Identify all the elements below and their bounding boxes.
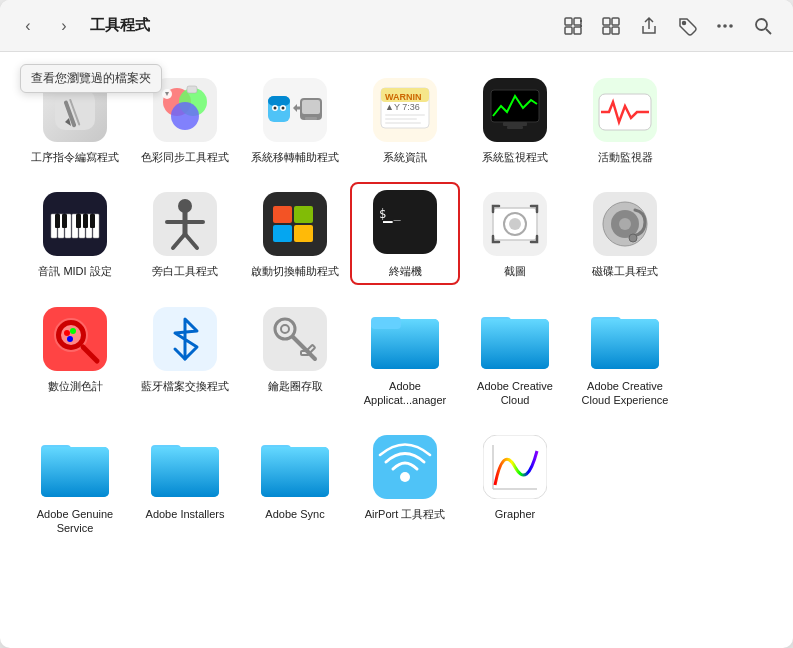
svg-rect-40	[385, 118, 417, 120]
app-icon-migration	[259, 74, 331, 146]
list-item[interactable]: 磁碟工具程式	[570, 182, 680, 284]
share-button[interactable]	[633, 12, 665, 40]
tooltip: 查看您瀏覽過的檔案夾	[20, 64, 162, 93]
app-label: 旁白工具程式	[152, 264, 218, 278]
list-item[interactable]: 系統監視程式	[460, 68, 570, 170]
more-button[interactable]	[709, 12, 741, 40]
list-item[interactable]: 藍牙檔案交換程式	[130, 297, 240, 414]
svg-point-83	[629, 234, 637, 242]
search-button[interactable]	[747, 12, 779, 40]
titlebar: ‹ › 工具程式	[0, 0, 793, 52]
list-item[interactable]: Adobe Installers	[130, 425, 240, 542]
svg-point-11	[729, 24, 733, 28]
app-label: 啟動切換輔助程式	[251, 264, 339, 278]
svg-rect-67	[263, 192, 327, 256]
app-label: 系統監視程式	[482, 150, 548, 164]
app-label: Adobe Genuine Service	[25, 507, 125, 536]
svg-text:$ _: $ _	[379, 207, 401, 221]
view-grid-button[interactable]	[557, 12, 589, 40]
list-item[interactable]: 啟動切換輔助程式	[240, 182, 350, 284]
list-item[interactable]: 系統移轉輔助程式	[240, 68, 350, 170]
list-item[interactable]: 數位測色計	[20, 297, 130, 414]
svg-rect-68	[273, 206, 292, 223]
svg-rect-33	[305, 117, 317, 120]
app-icon-keychain	[259, 303, 331, 375]
svg-point-30	[282, 107, 285, 110]
svg-point-21	[171, 102, 199, 130]
svg-rect-71	[294, 225, 313, 242]
back-button[interactable]: ‹	[14, 12, 42, 40]
app-icon-adobe-genuine	[39, 431, 111, 503]
app-label: 音訊 MIDI 設定	[38, 264, 111, 278]
svg-point-90	[67, 336, 73, 342]
app-grid: 工序指令編寫程式 色彩同步工具程式	[20, 68, 773, 542]
app-icon-adobe-cc	[479, 303, 551, 375]
svg-rect-4	[603, 18, 610, 25]
svg-point-12	[756, 19, 767, 30]
app-label: AirPort 工具程式	[365, 507, 446, 521]
window-title: 工具程式	[90, 16, 549, 35]
list-item[interactable]: Adobe Applicat...anager	[350, 297, 460, 414]
list-item[interactable]: Adobe Creative Cloud	[460, 297, 570, 414]
app-icon-adobe-installers	[149, 431, 221, 503]
app-label: 藍牙檔案交換程式	[141, 379, 229, 393]
svg-rect-41	[385, 122, 421, 124]
app-icon-adobe-sync	[259, 431, 331, 503]
app-icon-systeminfo: WARNIN ▲Y 7:36	[369, 74, 441, 146]
svg-rect-70	[273, 225, 292, 242]
svg-rect-116	[261, 447, 329, 497]
app-label: 活動監視器	[598, 150, 653, 164]
svg-rect-110	[41, 447, 109, 497]
list-item[interactable]: Grapher	[460, 425, 570, 542]
svg-point-9	[717, 24, 721, 28]
svg-rect-5	[612, 18, 619, 25]
list-item[interactable]: Adobe Sync	[240, 425, 350, 542]
svg-rect-44	[503, 122, 527, 126]
svg-rect-101	[371, 317, 401, 329]
svg-rect-3	[574, 27, 581, 34]
list-item[interactable]: AirPort 工具程式	[350, 425, 460, 542]
app-label: 數位測色計	[48, 379, 103, 393]
svg-rect-107	[591, 319, 659, 369]
list-item[interactable]: Adobe Creative Cloud Experience	[570, 297, 680, 414]
app-label: 磁碟工具程式	[592, 264, 658, 278]
forward-button[interactable]: ›	[50, 12, 78, 40]
toolbar-icons	[557, 12, 779, 40]
app-icon-airport	[369, 431, 441, 503]
app-icon-bluetooth	[149, 303, 221, 375]
app-label: 終端機	[389, 264, 422, 278]
svg-rect-0	[565, 18, 572, 25]
svg-rect-113	[151, 447, 219, 497]
app-icon-digitalcolor	[39, 303, 111, 375]
app-icon-terminal: — $ _	[369, 188, 441, 260]
app-icon-grapher	[479, 431, 551, 503]
svg-rect-59	[83, 214, 88, 228]
app-label: 系統移轉輔助程式	[251, 150, 339, 164]
svg-point-8	[683, 21, 686, 24]
list-item[interactable]: — $ _ 終端機	[350, 182, 460, 284]
app-label: Adobe Applicat...anager	[355, 379, 455, 408]
list-item[interactable]: 音訊 MIDI 設定	[20, 182, 130, 284]
svg-rect-6	[603, 27, 610, 34]
app-icon-screenshot	[479, 188, 551, 260]
svg-rect-45	[507, 126, 523, 129]
app-label: Adobe Sync	[265, 507, 324, 521]
list-item[interactable]: 截圖	[460, 182, 570, 284]
view-options-button[interactable]	[595, 12, 627, 40]
svg-text:WARNIN: WARNIN	[385, 92, 422, 102]
finder-window: ‹ › 工具程式	[0, 0, 793, 648]
tag-button[interactable]	[671, 12, 703, 40]
list-item[interactable]: Adobe Genuine Service	[20, 425, 130, 542]
app-label: 截圖	[504, 264, 526, 278]
svg-line-13	[766, 29, 771, 34]
app-icon-adobe-cc-exp	[589, 303, 661, 375]
list-item[interactable]: WARNIN ▲Y 7:36 系統資訊	[350, 68, 460, 170]
list-item[interactable]: 鑰匙圈存取	[240, 297, 350, 414]
list-item[interactable]: 旁白工具程式	[130, 182, 240, 284]
svg-rect-104	[481, 319, 549, 369]
svg-rect-57	[62, 214, 67, 228]
app-icon-adobe-appmanager	[369, 303, 441, 375]
list-item[interactable]: 活動監視器	[570, 68, 680, 170]
svg-rect-23	[187, 86, 197, 93]
app-label: Adobe Creative Cloud	[465, 379, 565, 408]
